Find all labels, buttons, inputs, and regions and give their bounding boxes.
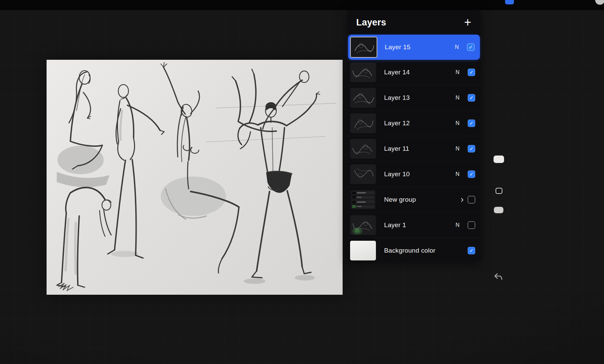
blend-mode-button[interactable]: N: [453, 146, 462, 152]
group-visibility-checkbox[interactable]: ✓: [468, 196, 475, 203]
layer-row-layer-14[interactable]: Layer 14 N ✓: [347, 60, 481, 85]
layer-visibility-checkbox[interactable]: ✓: [468, 69, 475, 76]
layers-title: Layers: [356, 17, 386, 28]
add-layer-button[interactable]: +: [460, 15, 475, 30]
layer-thumbnail[interactable]: [350, 215, 376, 235]
check-icon: ✓: [468, 171, 475, 177]
group-mini-layer: [351, 191, 375, 195]
undo-icon: [493, 272, 504, 282]
modify-button[interactable]: [496, 188, 502, 194]
sidebar-controls: [489, 0, 510, 364]
canvas[interactable]: [47, 60, 343, 295]
layer-name: Layer 12: [384, 120, 410, 127]
group-mini-layer: [351, 200, 375, 204]
layer-name: Layer 15: [385, 43, 411, 51]
layers-panel: Layers + Layer 15 N ✓ Layer 14 N ✓: [347, 10, 481, 261]
layer-row-layer-1[interactable]: Layer 1 N ✓: [347, 213, 481, 238]
layer-thumbnail[interactable]: [350, 113, 376, 133]
blend-mode-button[interactable]: N: [453, 69, 462, 75]
group-thumbnail[interactable]: [350, 190, 376, 210]
check-icon: ✓: [468, 247, 475, 254]
procreate-window: Layers + Layer 15 N ✓ Layer 14 N ✓: [0, 0, 604, 364]
check-icon: ✓: [468, 145, 475, 152]
layer-name: Layer 11: [384, 145, 409, 152]
chevron-right-icon[interactable]: ›: [461, 195, 464, 204]
layer-row-layer-11[interactable]: Layer 11 N ✓: [347, 136, 481, 162]
layer-name: Layer 13: [384, 94, 410, 102]
group-name: New group: [384, 196, 416, 203]
layer-thumbnail[interactable]: [350, 37, 377, 58]
layers-panel-header: Layers +: [347, 10, 481, 35]
group-mini-layer: [351, 196, 375, 199]
layer-group-row[interactable]: New group › ✓: [347, 187, 481, 213]
layer-row-layer-12[interactable]: Layer 12 N ✓: [347, 111, 481, 136]
undo-button[interactable]: [493, 272, 504, 282]
background-color-row[interactable]: Background color ✓: [347, 238, 481, 263]
layer-thumbnail[interactable]: [350, 139, 376, 159]
blend-mode-button[interactable]: N: [453, 95, 462, 101]
opacity-slider-handle[interactable]: [494, 207, 503, 213]
background-color-label: Background color: [384, 247, 435, 254]
blend-mode-button[interactable]: N: [453, 120, 462, 126]
layer-list: Layer 15 N ✓ Layer 14 N ✓ Layer 13 N: [347, 35, 481, 263]
check-icon: ✓: [468, 94, 475, 101]
layer-visibility-checkbox[interactable]: ✓: [467, 43, 474, 51]
layer-thumbnail[interactable]: [350, 62, 376, 82]
color-wheel-icon[interactable]: [595, 0, 604, 5]
group-mini-layer: [351, 205, 375, 208]
check-icon: ✓: [468, 69, 475, 75]
blend-mode-button[interactable]: N: [453, 171, 462, 177]
layer-visibility-checkbox[interactable]: ✓: [468, 94, 475, 102]
layer-name: Layer 10: [384, 170, 410, 178]
top-toolbar: [0, 0, 604, 10]
sketch-artwork: [47, 60, 343, 295]
layer-row-layer-10[interactable]: Layer 10 N ✓: [347, 162, 481, 187]
layer-name: Layer 14: [384, 69, 410, 76]
layer-thumbnail[interactable]: [350, 164, 376, 184]
layer-row-layer-13[interactable]: Layer 13 N ✓: [347, 85, 481, 111]
layer-visibility-checkbox[interactable]: ✓: [468, 145, 475, 152]
background-color-thumbnail[interactable]: [350, 241, 376, 260]
layer-visibility-checkbox[interactable]: ✓: [468, 221, 475, 229]
layer-visibility-checkbox[interactable]: ✓: [468, 120, 475, 127]
blend-mode-button[interactable]: N: [453, 44, 461, 50]
blend-mode-button[interactable]: N: [453, 222, 462, 228]
check-icon: ✓: [467, 44, 474, 50]
background-visibility-checkbox[interactable]: ✓: [468, 247, 475, 254]
layer-visibility-checkbox[interactable]: ✓: [468, 170, 475, 178]
check-icon: ✓: [468, 120, 475, 126]
layer-row-layer-15[interactable]: Layer 15 N ✓: [348, 35, 480, 60]
layer-name: Layer 1: [384, 221, 406, 229]
layer-thumbnail[interactable]: [350, 88, 376, 108]
brush-size-slider-handle[interactable]: [494, 156, 504, 163]
